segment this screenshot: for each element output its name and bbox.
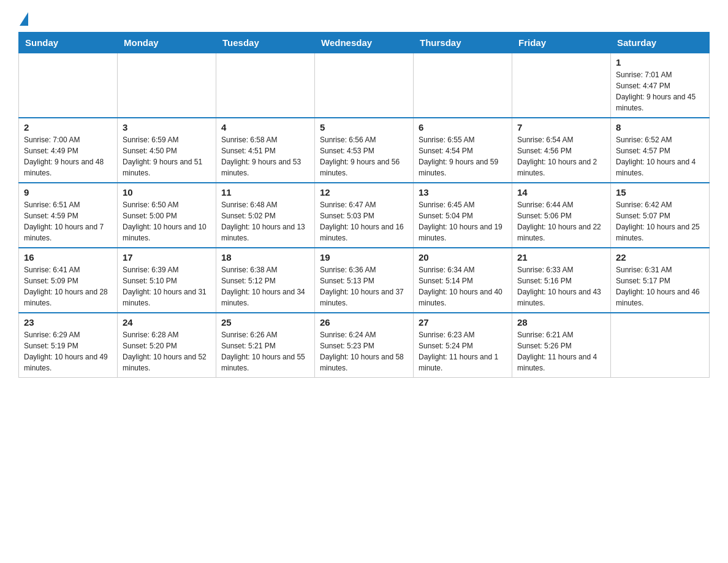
calendar-cell: [216, 53, 315, 118]
calendar-cell: 16Sunrise: 6:41 AMSunset: 5:09 PMDayligh…: [19, 248, 118, 313]
calendar-cell: 3Sunrise: 6:59 AMSunset: 4:50 PMDaylight…: [118, 118, 216, 183]
day-number: 1: [616, 57, 704, 67]
day-info: Sunrise: 6:39 AMSunset: 5:10 PMDaylight:…: [123, 264, 211, 308]
day-info: Sunrise: 6:31 AMSunset: 5:17 PMDaylight:…: [616, 264, 704, 308]
day-number: 22: [616, 252, 704, 262]
week-row-2: 2Sunrise: 7:00 AMSunset: 4:49 PMDaylight…: [19, 118, 710, 183]
week-row-4: 16Sunrise: 6:41 AMSunset: 5:09 PMDayligh…: [19, 248, 710, 313]
day-number: 24: [123, 317, 211, 327]
day-number: 17: [123, 252, 211, 262]
day-info: Sunrise: 6:45 AMSunset: 5:04 PMDaylight:…: [419, 199, 507, 243]
day-number: 9: [24, 187, 112, 197]
calendar-cell: 23Sunrise: 6:29 AMSunset: 5:19 PMDayligh…: [19, 313, 118, 378]
calendar-cell: 19Sunrise: 6:36 AMSunset: 5:13 PMDayligh…: [315, 248, 414, 313]
calendar-cell: 12Sunrise: 6:47 AMSunset: 5:03 PMDayligh…: [315, 183, 414, 248]
day-number: 10: [123, 187, 211, 197]
day-number: 28: [517, 317, 605, 327]
calendar-cell: [315, 53, 414, 118]
day-number: 15: [616, 187, 704, 197]
calendar-cell: [611, 313, 710, 378]
calendar-cell: 28Sunrise: 6:21 AMSunset: 5:26 PMDayligh…: [512, 313, 611, 378]
weekday-header-thursday: Thursday: [414, 33, 512, 53]
day-number: 8: [616, 122, 704, 132]
calendar-cell: [118, 53, 216, 118]
calendar-cell: 20Sunrise: 6:34 AMSunset: 5:14 PMDayligh…: [414, 248, 512, 313]
calendar-cell: 8Sunrise: 6:52 AMSunset: 4:57 PMDaylight…: [611, 118, 710, 183]
day-info: Sunrise: 6:59 AMSunset: 4:50 PMDaylight:…: [123, 134, 211, 178]
day-info: Sunrise: 6:47 AMSunset: 5:03 PMDaylight:…: [320, 199, 408, 243]
calendar-cell: 10Sunrise: 6:50 AMSunset: 5:00 PMDayligh…: [118, 183, 216, 248]
day-info: Sunrise: 6:55 AMSunset: 4:54 PMDaylight:…: [419, 134, 507, 178]
day-info: Sunrise: 6:44 AMSunset: 5:06 PMDaylight:…: [517, 199, 605, 243]
day-info: Sunrise: 6:56 AMSunset: 4:53 PMDaylight:…: [320, 134, 408, 178]
day-number: 3: [123, 122, 211, 132]
week-row-1: 1Sunrise: 7:01 AMSunset: 4:47 PMDaylight…: [19, 53, 710, 118]
week-row-3: 9Sunrise: 6:51 AMSunset: 4:59 PMDaylight…: [19, 183, 710, 248]
day-info: Sunrise: 6:48 AMSunset: 5:02 PMDaylight:…: [221, 199, 309, 243]
weekday-header-saturday: Saturday: [611, 33, 710, 53]
day-number: 12: [320, 187, 408, 197]
day-info: Sunrise: 6:26 AMSunset: 5:21 PMDaylight:…: [221, 329, 309, 373]
day-number: 16: [24, 252, 112, 262]
day-info: Sunrise: 6:33 AMSunset: 5:16 PMDaylight:…: [517, 264, 605, 308]
day-number: 5: [320, 122, 408, 132]
day-info: Sunrise: 6:50 AMSunset: 5:00 PMDaylight:…: [123, 199, 211, 243]
weekday-header-wednesday: Wednesday: [315, 33, 414, 53]
day-info: Sunrise: 6:36 AMSunset: 5:13 PMDaylight:…: [320, 264, 408, 308]
calendar-cell: [19, 53, 118, 118]
calendar-cell: 13Sunrise: 6:45 AMSunset: 5:04 PMDayligh…: [414, 183, 512, 248]
calendar-cell: 4Sunrise: 6:58 AMSunset: 4:51 PMDaylight…: [216, 118, 315, 183]
day-number: 2: [24, 122, 112, 132]
day-number: 13: [419, 187, 507, 197]
calendar-cell: 5Sunrise: 6:56 AMSunset: 4:53 PMDaylight…: [315, 118, 414, 183]
calendar-cell: 26Sunrise: 6:24 AMSunset: 5:23 PMDayligh…: [315, 313, 414, 378]
calendar-cell: [414, 53, 512, 118]
calendar-cell: 2Sunrise: 7:00 AMSunset: 4:49 PMDaylight…: [19, 118, 118, 183]
day-number: 4: [221, 122, 309, 132]
calendar-cell: 15Sunrise: 6:42 AMSunset: 5:07 PMDayligh…: [611, 183, 710, 248]
calendar-table: SundayMondayTuesdayWednesdayThursdayFrid…: [18, 32, 710, 378]
calendar-cell: [512, 53, 611, 118]
day-number: 27: [419, 317, 507, 327]
day-info: Sunrise: 6:41 AMSunset: 5:09 PMDaylight:…: [24, 264, 112, 308]
day-number: 25: [221, 317, 309, 327]
weekday-header-monday: Monday: [118, 33, 216, 53]
calendar-cell: 18Sunrise: 6:38 AMSunset: 5:12 PMDayligh…: [216, 248, 315, 313]
day-info: Sunrise: 7:01 AMSunset: 4:47 PMDaylight:…: [616, 69, 704, 113]
weekday-header-sunday: Sunday: [19, 33, 118, 53]
day-info: Sunrise: 6:34 AMSunset: 5:14 PMDaylight:…: [419, 264, 507, 308]
day-info: Sunrise: 6:52 AMSunset: 4:57 PMDaylight:…: [616, 134, 704, 178]
calendar-cell: 21Sunrise: 6:33 AMSunset: 5:16 PMDayligh…: [512, 248, 611, 313]
calendar-cell: 6Sunrise: 6:55 AMSunset: 4:54 PMDaylight…: [414, 118, 512, 183]
day-number: 21: [517, 252, 605, 262]
calendar-cell: 22Sunrise: 6:31 AMSunset: 5:17 PMDayligh…: [611, 248, 710, 313]
calendar-cell: 24Sunrise: 6:28 AMSunset: 5:20 PMDayligh…: [118, 313, 216, 378]
day-number: 19: [320, 252, 408, 262]
day-number: 14: [517, 187, 605, 197]
calendar-cell: 17Sunrise: 6:39 AMSunset: 5:10 PMDayligh…: [118, 248, 216, 313]
calendar-cell: 25Sunrise: 6:26 AMSunset: 5:21 PMDayligh…: [216, 313, 315, 378]
day-number: 6: [419, 122, 507, 132]
day-info: Sunrise: 6:23 AMSunset: 5:24 PMDaylight:…: [419, 329, 507, 373]
day-info: Sunrise: 6:38 AMSunset: 5:12 PMDaylight:…: [221, 264, 309, 308]
day-info: Sunrise: 6:58 AMSunset: 4:51 PMDaylight:…: [221, 134, 309, 178]
day-number: 26: [320, 317, 408, 327]
day-number: 11: [221, 187, 309, 197]
day-info: Sunrise: 6:51 AMSunset: 4:59 PMDaylight:…: [24, 199, 112, 243]
weekday-header-row: SundayMondayTuesdayWednesdayThursdayFrid…: [19, 33, 710, 53]
day-info: Sunrise: 6:54 AMSunset: 4:56 PMDaylight:…: [517, 134, 605, 178]
calendar-cell: 14Sunrise: 6:44 AMSunset: 5:06 PMDayligh…: [512, 183, 611, 248]
weekday-header-tuesday: Tuesday: [216, 33, 315, 53]
week-row-5: 23Sunrise: 6:29 AMSunset: 5:19 PMDayligh…: [19, 313, 710, 378]
day-number: 7: [517, 122, 605, 132]
page-header: [18, 12, 710, 26]
calendar-cell: 9Sunrise: 6:51 AMSunset: 4:59 PMDaylight…: [19, 183, 118, 248]
logo-triangle-icon: [20, 12, 28, 26]
calendar-cell: 11Sunrise: 6:48 AMSunset: 5:02 PMDayligh…: [216, 183, 315, 248]
day-info: Sunrise: 7:00 AMSunset: 4:49 PMDaylight:…: [24, 134, 112, 178]
calendar-cell: 1Sunrise: 7:01 AMSunset: 4:47 PMDaylight…: [611, 53, 710, 118]
day-number: 23: [24, 317, 112, 327]
day-info: Sunrise: 6:28 AMSunset: 5:20 PMDaylight:…: [123, 329, 211, 373]
day-info: Sunrise: 6:42 AMSunset: 5:07 PMDaylight:…: [616, 199, 704, 243]
day-number: 18: [221, 252, 309, 262]
